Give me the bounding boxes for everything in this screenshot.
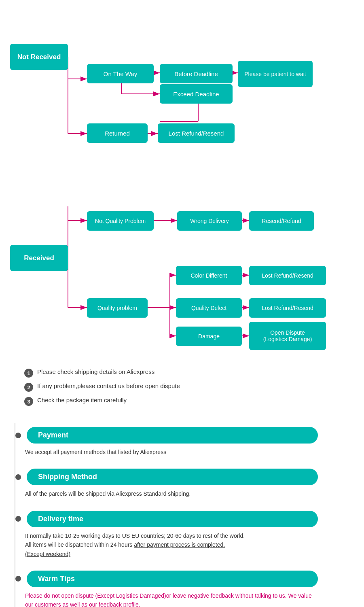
info-row-delivery: Delivery time <box>8 511 364 527</box>
info-block-payment: Payment We accept all payment methods th… <box>0 427 364 456</box>
section-title-delivery: Delivery time <box>27 511 318 527</box>
underline-text: after payment process is completed.(Exce… <box>25 541 225 557</box>
info-sections: Payment We accept all payment methods th… <box>0 423 364 607</box>
box-lost-refund-3: Lost Refund/Resend <box>249 298 326 318</box>
section-title-warmtips: Warm Tips <box>27 571 318 587</box>
dot-shipping <box>15 474 21 480</box>
box-resend-refund: Resend/Refund <box>249 211 314 231</box>
box-quality-defect: Quality Delect <box>176 298 242 318</box>
flowchart-section-1: Not Received On The Way Before Deadline … <box>0 0 364 360</box>
info-block-shipping: Shipping Method All of the parcels will … <box>0 469 364 498</box>
box-quality-problem: Quality problem <box>87 298 148 318</box>
tips-section: 1 Please check shipping details on Aliex… <box>0 360 364 423</box>
tip-number-2: 2 <box>24 383 33 392</box>
info-row-warmtips: Warm Tips <box>8 571 364 587</box>
tip-number-1: 1 <box>24 369 33 378</box>
box-not-quality: Not Quality Problem <box>87 211 154 231</box>
info-row-shipping: Shipping Method <box>8 469 364 485</box>
box-returned: Returned <box>87 123 148 143</box>
flowchart-2: Received Not Quality Problem Wrong Deliv… <box>8 182 356 352</box>
box-damage: Damage <box>176 327 242 346</box>
section-body-warmtips: Please do not open dispute (Except Logis… <box>8 591 315 607</box>
tip-item-1: 1 Please check shipping details on Aliex… <box>24 368 348 378</box>
box-received: Received <box>10 245 68 271</box>
section-body-shipping: All of the parcels will be shipped via A… <box>8 489 315 498</box>
box-lost-refund-2: Lost Refund/Resend <box>249 266 326 285</box>
info-block-delivery: Delivery time It normally take 10-25 wor… <box>0 511 364 558</box>
info-row-payment: Payment <box>8 427 364 444</box>
tip-text-1: Please check shipping details on Aliexpr… <box>37 368 154 375</box>
tip-number-3: 3 <box>24 397 33 406</box>
tip-text-2: If any problem,please contact us before … <box>37 382 180 389</box>
box-color-different: Color Different <box>176 266 242 285</box>
dot-delivery <box>15 516 21 522</box>
box-wrong-delivery: Wrong Delivery <box>177 211 242 231</box>
section-body-delivery: It normally take 10-25 working days to U… <box>8 531 315 558</box>
dot-warmtips <box>15 576 21 582</box>
box-open-dispute: Open Dispute(Logistics Damage) <box>249 322 326 350</box>
section-body-payment: We accept all payment methods that liste… <box>8 448 315 456</box>
box-before-deadline: Before Deadline <box>160 64 233 83</box>
tip-item-2: 2 If any problem,please contact us befor… <box>24 382 348 392</box>
info-block-warmtips: Warm Tips Please do not open dispute (Ex… <box>0 571 364 607</box>
flowchart-1: Not Received On The Way Before Deadline … <box>8 16 356 170</box>
box-lost-refund-1: Lost Refund/Resend <box>158 123 235 143</box>
box-exceed-deadline: Exceed Deadline <box>160 84 233 104</box>
box-on-the-way: On The Way <box>87 64 154 83</box>
tip-item-3: 3 Check the package item carefully <box>24 397 348 406</box>
section-title-payment: Payment <box>27 427 318 444</box>
tip-text-3: Check the package item carefully <box>37 397 127 403</box>
dot-payment <box>15 433 21 438</box>
box-please-wait: Please be patient to wait <box>238 61 313 87</box>
section-title-shipping: Shipping Method <box>27 469 318 485</box>
box-not-received: Not Received <box>10 44 68 70</box>
